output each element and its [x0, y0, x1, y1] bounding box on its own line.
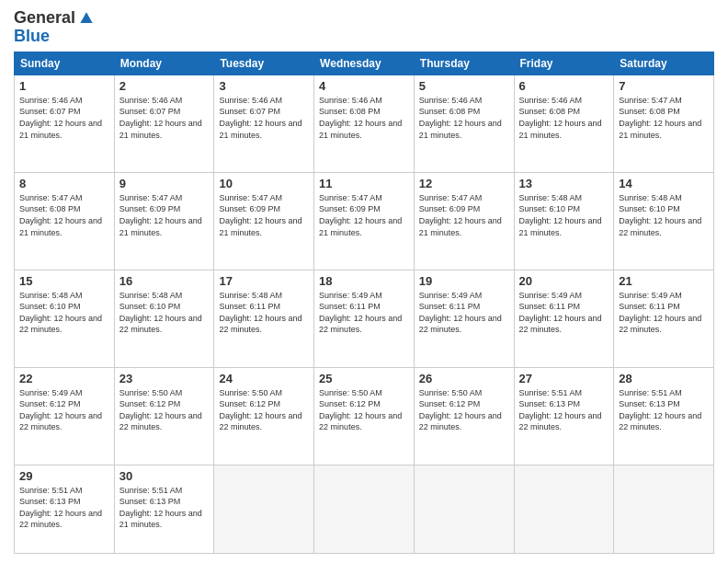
- day-number: 2: [119, 79, 210, 93]
- calendar-cell: [314, 465, 415, 553]
- calendar-cell: 9 Sunrise: 5:47 AMSunset: 6:09 PMDayligh…: [114, 172, 214, 270]
- logo-icon: [77, 9, 96, 28]
- cell-info: Sunrise: 5:50 AMSunset: 6:12 PMDaylight:…: [319, 387, 409, 433]
- page: General Blue SundayMondayTuesdayWednesda…: [0, 0, 728, 563]
- cell-info: Sunrise: 5:46 AMSunset: 6:08 PMDaylight:…: [419, 95, 509, 141]
- day-number: 16: [119, 274, 210, 288]
- day-number: 7: [619, 79, 709, 93]
- day-number: 18: [319, 274, 409, 288]
- day-of-week-header: Thursday: [414, 52, 514, 75]
- calendar-cell: 6 Sunrise: 5:46 AMSunset: 6:08 PMDayligh…: [514, 75, 614, 172]
- calendar-table: SundayMondayTuesdayWednesdayThursdayFrid…: [14, 52, 714, 554]
- cell-info: Sunrise: 5:46 AMSunset: 6:08 PMDaylight:…: [319, 95, 409, 141]
- cell-info: Sunrise: 5:47 AMSunset: 6:09 PMDaylight:…: [219, 192, 309, 238]
- cell-info: Sunrise: 5:47 AMSunset: 6:09 PMDaylight:…: [419, 192, 509, 238]
- calendar-header-row: SundayMondayTuesdayWednesdayThursdayFrid…: [15, 52, 714, 75]
- cell-info: Sunrise: 5:49 AMSunset: 6:12 PMDaylight:…: [19, 387, 109, 433]
- calendar-cell: 18 Sunrise: 5:49 AMSunset: 6:11 PMDaylig…: [314, 270, 415, 367]
- calendar-body: 1 Sunrise: 5:46 AMSunset: 6:07 PMDayligh…: [15, 75, 714, 553]
- calendar-cell: 16 Sunrise: 5:48 AMSunset: 6:10 PMDaylig…: [114, 270, 214, 367]
- day-number: 29: [19, 469, 109, 483]
- cell-info: Sunrise: 5:50 AMSunset: 6:12 PMDaylight:…: [219, 387, 309, 433]
- cell-info: Sunrise: 5:51 AMSunset: 6:13 PMDaylight:…: [119, 485, 210, 531]
- cell-info: Sunrise: 5:46 AMSunset: 6:07 PMDaylight:…: [219, 95, 309, 141]
- cell-info: Sunrise: 5:48 AMSunset: 6:11 PMDaylight:…: [219, 290, 309, 336]
- day-number: 12: [419, 177, 509, 190]
- calendar-cell: 5 Sunrise: 5:46 AMSunset: 6:08 PMDayligh…: [414, 75, 514, 172]
- header: General Blue: [14, 9, 714, 46]
- cell-info: Sunrise: 5:49 AMSunset: 6:11 PMDaylight:…: [619, 290, 709, 336]
- day-of-week-header: Monday: [114, 52, 214, 75]
- svg-marker-0: [80, 12, 92, 23]
- calendar-cell: 26 Sunrise: 5:50 AMSunset: 6:12 PMDaylig…: [414, 367, 514, 465]
- day-of-week-header: Sunday: [15, 52, 115, 75]
- calendar-cell: [414, 465, 514, 553]
- day-number: 11: [319, 177, 409, 190]
- cell-info: Sunrise: 5:48 AMSunset: 6:10 PMDaylight:…: [119, 290, 210, 336]
- calendar-cell: 10 Sunrise: 5:47 AMSunset: 6:09 PMDaylig…: [214, 172, 314, 270]
- calendar-cell: 12 Sunrise: 5:47 AMSunset: 6:09 PMDaylig…: [414, 172, 514, 270]
- calendar-cell: 27 Sunrise: 5:51 AMSunset: 6:13 PMDaylig…: [514, 367, 614, 465]
- day-number: 1: [19, 79, 109, 93]
- calendar-cell: 13 Sunrise: 5:48 AMSunset: 6:10 PMDaylig…: [514, 172, 614, 270]
- calendar-cell: 11 Sunrise: 5:47 AMSunset: 6:09 PMDaylig…: [314, 172, 415, 270]
- day-number: 17: [219, 274, 309, 288]
- calendar-cell: 23 Sunrise: 5:50 AMSunset: 6:12 PMDaylig…: [114, 367, 214, 465]
- day-number: 23: [119, 372, 210, 385]
- cell-info: Sunrise: 5:47 AMSunset: 6:08 PMDaylight:…: [19, 192, 109, 238]
- day-number: 21: [619, 274, 709, 288]
- day-number: 4: [319, 79, 409, 93]
- cell-info: Sunrise: 5:48 AMSunset: 6:10 PMDaylight:…: [19, 290, 109, 336]
- cell-info: Sunrise: 5:46 AMSunset: 6:07 PMDaylight:…: [19, 95, 109, 141]
- day-number: 3: [219, 79, 309, 93]
- calendar-cell: 14 Sunrise: 5:48 AMSunset: 6:10 PMDaylig…: [614, 172, 714, 270]
- cell-info: Sunrise: 5:46 AMSunset: 6:08 PMDaylight:…: [519, 95, 609, 141]
- day-number: 27: [519, 372, 609, 385]
- cell-info: Sunrise: 5:49 AMSunset: 6:11 PMDaylight:…: [319, 290, 409, 336]
- day-number: 13: [519, 177, 609, 190]
- calendar-cell: 25 Sunrise: 5:50 AMSunset: 6:12 PMDaylig…: [314, 367, 415, 465]
- day-of-week-header: Friday: [514, 52, 614, 75]
- day-number: 10: [219, 177, 309, 190]
- cell-info: Sunrise: 5:50 AMSunset: 6:12 PMDaylight:…: [419, 387, 509, 433]
- calendar-cell: 19 Sunrise: 5:49 AMSunset: 6:11 PMDaylig…: [414, 270, 514, 367]
- day-number: 25: [319, 372, 409, 385]
- cell-info: Sunrise: 5:50 AMSunset: 6:12 PMDaylight:…: [119, 387, 210, 433]
- logo-blue-text: Blue: [14, 27, 50, 45]
- day-number: 14: [619, 177, 709, 190]
- calendar-cell: 28 Sunrise: 5:51 AMSunset: 6:13 PMDaylig…: [614, 367, 714, 465]
- cell-info: Sunrise: 5:51 AMSunset: 6:13 PMDaylight:…: [619, 387, 709, 433]
- calendar-cell: 3 Sunrise: 5:46 AMSunset: 6:07 PMDayligh…: [214, 75, 314, 172]
- day-number: 8: [19, 177, 109, 190]
- day-number: 26: [419, 372, 509, 385]
- logo: General Blue: [14, 9, 96, 46]
- day-number: 15: [19, 274, 109, 288]
- calendar-cell: 17 Sunrise: 5:48 AMSunset: 6:11 PMDaylig…: [214, 270, 314, 367]
- day-number: 19: [419, 274, 509, 288]
- cell-info: Sunrise: 5:49 AMSunset: 6:11 PMDaylight:…: [419, 290, 509, 336]
- calendar-cell: 4 Sunrise: 5:46 AMSunset: 6:08 PMDayligh…: [314, 75, 415, 172]
- day-number: 28: [619, 372, 709, 385]
- cell-info: Sunrise: 5:48 AMSunset: 6:10 PMDaylight:…: [519, 192, 609, 238]
- day-number: 5: [419, 79, 509, 93]
- calendar-cell: 8 Sunrise: 5:47 AMSunset: 6:08 PMDayligh…: [15, 172, 115, 270]
- day-number: 20: [519, 274, 609, 288]
- cell-info: Sunrise: 5:47 AMSunset: 6:09 PMDaylight:…: [119, 192, 210, 238]
- cell-info: Sunrise: 5:47 AMSunset: 6:09 PMDaylight:…: [319, 192, 409, 238]
- calendar-cell: [514, 465, 614, 553]
- logo-general-text: General: [14, 9, 75, 28]
- cell-info: Sunrise: 5:46 AMSunset: 6:07 PMDaylight:…: [119, 95, 210, 141]
- day-number: 9: [119, 177, 210, 190]
- calendar-cell: 24 Sunrise: 5:50 AMSunset: 6:12 PMDaylig…: [214, 367, 314, 465]
- cell-info: Sunrise: 5:51 AMSunset: 6:13 PMDaylight:…: [19, 485, 109, 531]
- day-of-week-header: Saturday: [614, 52, 714, 75]
- day-number: 6: [519, 79, 609, 93]
- calendar-cell: 21 Sunrise: 5:49 AMSunset: 6:11 PMDaylig…: [614, 270, 714, 367]
- cell-info: Sunrise: 5:51 AMSunset: 6:13 PMDaylight:…: [519, 387, 609, 433]
- calendar-cell: 20 Sunrise: 5:49 AMSunset: 6:11 PMDaylig…: [514, 270, 614, 367]
- day-of-week-header: Wednesday: [314, 52, 415, 75]
- day-number: 22: [19, 372, 109, 385]
- calendar-cell: 1 Sunrise: 5:46 AMSunset: 6:07 PMDayligh…: [15, 75, 115, 172]
- calendar-cell: 7 Sunrise: 5:47 AMSunset: 6:08 PMDayligh…: [614, 75, 714, 172]
- cell-info: Sunrise: 5:48 AMSunset: 6:10 PMDaylight:…: [619, 192, 709, 238]
